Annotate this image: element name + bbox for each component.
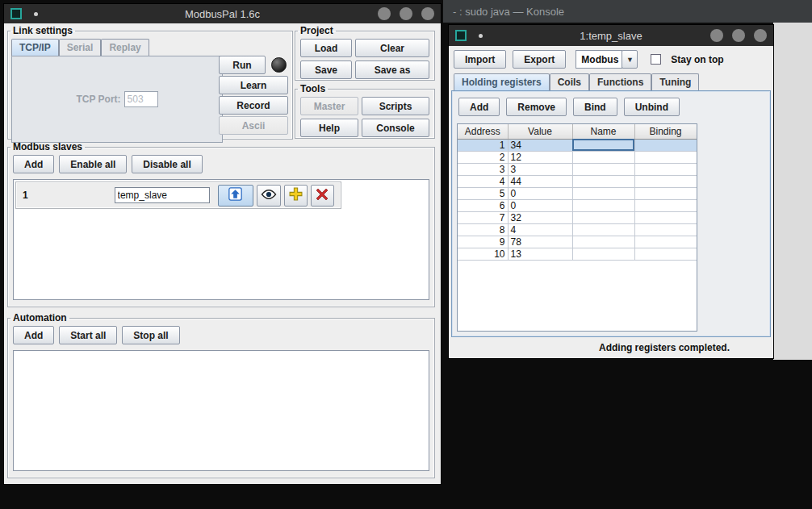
tab-coils[interactable]: Coils — [550, 73, 589, 91]
clear-button[interactable]: Clear — [355, 39, 429, 57]
ascii-button[interactable]: Ascii — [219, 116, 288, 135]
cell-address[interactable]: 3 — [458, 163, 508, 175]
close-button[interactable] — [754, 29, 767, 42]
tab-functions[interactable]: Functions — [589, 73, 651, 91]
cell-value[interactable]: 44 — [508, 175, 572, 187]
table-row[interactable]: 9 78 — [458, 236, 697, 248]
save-as-button[interactable]: Save as — [355, 60, 429, 79]
bind-button[interactable]: Bind — [573, 98, 617, 116]
tab-holding-registers[interactable]: Holding registers — [454, 73, 550, 91]
record-button[interactable]: Record — [219, 96, 288, 115]
master-button[interactable]: Master — [300, 97, 358, 115]
cell-address[interactable]: 4 — [458, 175, 508, 187]
register-add-button[interactable]: Add — [458, 98, 500, 116]
cell-address[interactable]: 9 — [458, 236, 508, 248]
enable-all-button[interactable]: Enable all — [59, 155, 127, 173]
cell-binding[interactable] — [634, 223, 697, 236]
slave-row[interactable]: 1 — [15, 181, 341, 209]
col-header-value[interactable]: Value — [508, 124, 572, 139]
cell-name[interactable] — [572, 236, 634, 248]
add-slave-button[interactable]: Add — [13, 155, 54, 173]
cell-value[interactable]: 0 — [508, 199, 572, 211]
cell-binding[interactable] — [634, 163, 697, 175]
cell-address[interactable]: 2 — [458, 151, 508, 163]
cell-value[interactable]: 4 — [508, 223, 572, 236]
cell-address[interactable]: 1 — [458, 139, 508, 151]
save-button[interactable]: Save — [300, 60, 352, 79]
console-button[interactable]: Console — [362, 119, 429, 137]
start-all-button[interactable]: Start all — [59, 326, 117, 344]
table-row[interactable]: 2 12 — [458, 151, 697, 163]
cell-name[interactable] — [572, 187, 634, 199]
run-button[interactable]: Run — [219, 56, 266, 74]
slave-automation-button[interactable] — [284, 185, 308, 207]
stop-all-button[interactable]: Stop all — [122, 326, 179, 344]
register-remove-button[interactable]: Remove — [506, 98, 567, 116]
table-row[interactable]: 3 3 — [458, 163, 697, 175]
cell-binding[interactable] — [634, 175, 697, 187]
cell-name[interactable] — [572, 163, 634, 175]
slave-delete-button[interactable] — [311, 185, 334, 207]
table-row[interactable]: 7 32 — [458, 211, 697, 223]
cell-binding[interactable] — [634, 187, 697, 199]
slave-name-input[interactable] — [115, 187, 210, 203]
cell-name[interactable] — [572, 175, 634, 187]
export-button[interactable]: Export — [513, 50, 566, 69]
slave-window-titlebar[interactable]: 1:temp_slave — [449, 25, 773, 46]
cell-name[interactable] — [572, 248, 634, 260]
cell-value[interactable]: 13 — [508, 248, 572, 260]
unbind-button[interactable]: Unbind — [624, 98, 680, 116]
registers-scrollpane[interactable]: Address Value Name Binding 1 34 — [457, 123, 697, 332]
tab-tuning[interactable]: Tuning — [651, 73, 699, 91]
stay-on-top-checkbox[interactable] — [651, 54, 661, 65]
table-row[interactable]: 4 44 — [458, 175, 697, 187]
cell-name[interactable] — [572, 211, 634, 223]
tab-replay[interactable]: Replay — [101, 39, 149, 56]
cell-name[interactable] — [572, 151, 634, 163]
learn-button[interactable]: Learn — [219, 76, 288, 94]
minimize-button[interactable] — [710, 29, 723, 42]
maximize-button[interactable] — [400, 7, 412, 20]
cell-value[interactable]: 3 — [508, 163, 572, 175]
cell-name[interactable] — [572, 223, 634, 236]
cell-address[interactable]: 6 — [458, 199, 508, 211]
cell-address[interactable]: 8 — [458, 223, 508, 236]
slave-panel-toggle-button[interactable] — [218, 185, 254, 207]
cell-address[interactable]: 5 — [458, 187, 508, 199]
col-header-address[interactable]: Address — [458, 124, 508, 139]
table-row[interactable]: 6 0 — [458, 199, 697, 211]
maximize-button[interactable] — [732, 29, 745, 42]
close-button[interactable] — [421, 7, 434, 20]
tcp-port-input[interactable] — [124, 91, 158, 107]
cell-value[interactable]: 12 — [508, 151, 572, 163]
cell-binding[interactable] — [634, 248, 697, 260]
konsole-titlebar[interactable]: - : sudo java — Konsole — [443, 0, 812, 23]
automation-add-button[interactable]: Add — [13, 326, 54, 344]
cell-binding[interactable] — [634, 199, 697, 211]
combo-arrow-button[interactable]: ▼ — [622, 50, 638, 69]
col-header-binding[interactable]: Binding — [634, 124, 697, 139]
table-row[interactable]: 10 13 — [458, 248, 697, 260]
slave-visibility-button[interactable] — [257, 185, 280, 207]
cell-binding[interactable] — [634, 139, 697, 151]
tab-serial[interactable]: Serial — [59, 39, 102, 56]
cell-value[interactable]: 0 — [508, 187, 572, 199]
minimize-button[interactable] — [378, 7, 391, 20]
disable-all-button[interactable]: Disable all — [132, 155, 202, 173]
col-header-name[interactable]: Name — [572, 124, 634, 139]
cell-value[interactable]: 32 — [508, 211, 572, 223]
cell-value[interactable]: 78 — [508, 236, 572, 248]
cell-address[interactable]: 7 — [458, 211, 508, 223]
modbus-combo[interactable]: Modbus ▼ — [576, 50, 638, 69]
cell-binding[interactable] — [634, 151, 697, 163]
cell-address[interactable]: 10 — [458, 248, 508, 260]
cell-name[interactable] — [572, 199, 634, 211]
help-button[interactable]: Help — [300, 119, 358, 137]
table-row[interactable]: 8 4 — [458, 223, 697, 236]
modbuspal-titlebar[interactable]: ModbusPal 1.6c — [4, 4, 441, 23]
table-row[interactable]: 5 0 — [458, 187, 697, 199]
tab-tcpip[interactable]: TCP/IP — [11, 39, 59, 56]
cell-binding[interactable] — [634, 236, 697, 248]
cell-name[interactable] — [572, 139, 634, 151]
load-button[interactable]: Load — [300, 39, 352, 57]
